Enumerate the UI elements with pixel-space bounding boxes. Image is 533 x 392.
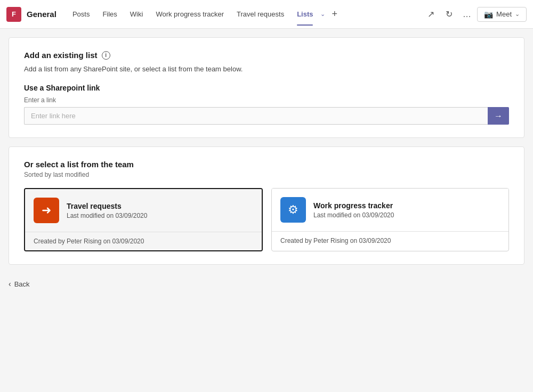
travel-requests-info: Travel requests Last modified on 03/09/2…	[67, 202, 253, 219]
nav-item-posts[interactable]: Posts	[67, 7, 95, 21]
list-card-top-work: ⚙ Work progress tracker Last modified on…	[272, 189, 508, 231]
app-icon: F	[6, 7, 21, 22]
travel-requests-icon: ➜	[34, 198, 59, 223]
list-cards-row: ➜ Travel requests Last modified on 03/09…	[24, 188, 509, 251]
select-from-team-panel: Or select a list from the team Sorted by…	[9, 146, 524, 265]
travel-requests-modified: Last modified on 03/09/2020	[67, 212, 253, 219]
add-existing-list-panel: Add an existing list i Add a list from a…	[9, 37, 524, 138]
work-progress-modified: Last modified on 03/09/2020	[313, 211, 500, 219]
panel1-title-row: Add an existing list i	[24, 51, 509, 60]
link-submit-button[interactable]: →	[488, 107, 509, 125]
nav-add-button[interactable]: +	[327, 6, 342, 22]
panel1-subtitle: Add a list from any SharePoint site, or …	[24, 65, 509, 73]
panel1-title: Add an existing list	[24, 51, 98, 60]
back-button[interactable]: ‹ Back	[9, 275, 524, 292]
refresh-icon[interactable]: ↻	[441, 6, 457, 22]
work-progress-icon: ⚙	[280, 197, 306, 223]
back-chevron-icon: ‹	[9, 280, 11, 288]
meet-chevron-icon: ⌄	[515, 11, 520, 18]
back-label: Back	[14, 280, 30, 288]
sharepoint-link-heading: Use a Sharepoint link	[24, 84, 509, 92]
top-nav: F General Posts Files Wiki Work progress…	[0, 0, 533, 29]
work-progress-name: Work progress tracker	[313, 201, 500, 210]
meet-button[interactable]: 📷 Meet ⌄	[477, 7, 527, 22]
list-card-travel-requests[interactable]: ➜ Travel requests Last modified on 03/09…	[24, 188, 263, 251]
channel-name: General	[27, 10, 56, 19]
more-options-icon[interactable]: …	[459, 6, 475, 22]
info-icon[interactable]: i	[102, 51, 110, 60]
panel2-subtitle: Sorted by last modified	[24, 171, 509, 178]
link-input-row: →	[24, 107, 509, 125]
nav-lists-wrapper: Lists ⌄	[292, 7, 325, 21]
link-input[interactable]	[24, 107, 488, 125]
list-card-top-travel: ➜ Travel requests Last modified on 03/09…	[25, 189, 262, 232]
meet-label: Meet	[496, 10, 512, 18]
list-card-work-progress[interactable]: ⚙ Work progress tracker Last modified on…	[271, 188, 509, 251]
work-progress-created: Created by Peter Rising on 03/09/2020	[272, 231, 508, 250]
lists-chevron-icon[interactable]: ⌄	[320, 11, 325, 18]
nav-item-lists[interactable]: Lists	[292, 7, 318, 21]
camera-icon: 📷	[484, 10, 493, 19]
expand-icon[interactable]: ↗	[423, 6, 439, 22]
travel-requests-created: Created by Peter Rising on 03/09/2020	[25, 232, 262, 250]
work-progress-info: Work progress tracker Last modified on 0…	[313, 201, 500, 219]
nav-item-files[interactable]: Files	[97, 7, 122, 21]
panel2-title: Or select a list from the team	[24, 160, 509, 169]
main-content: Add an existing list i Add a list from a…	[0, 29, 533, 392]
travel-requests-name: Travel requests	[67, 202, 253, 210]
nav-item-travel-requests[interactable]: Travel requests	[231, 7, 289, 21]
input-label: Enter a link	[24, 96, 509, 104]
nav-item-wiki[interactable]: Wiki	[125, 7, 149, 21]
nav-item-work-progress[interactable]: Work progress tracker	[150, 7, 229, 21]
arrow-right-icon: →	[494, 111, 503, 121]
